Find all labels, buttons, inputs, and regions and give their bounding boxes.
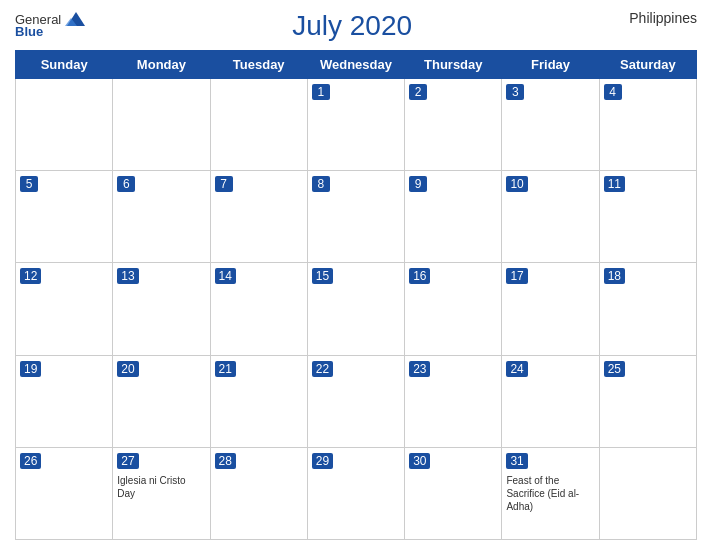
- calendar-cell: 9: [405, 171, 502, 263]
- day-number: 13: [117, 268, 138, 284]
- calendar-cell: 27Iglesia ni Cristo Day: [113, 447, 210, 539]
- calendar-week-row: 567891011: [16, 171, 697, 263]
- logo-blue-text: Blue: [15, 24, 43, 39]
- calendar-cell: 26: [16, 447, 113, 539]
- calendar-week-row: 12131415161718: [16, 263, 697, 355]
- calendar-event: Feast of the Sacrifice (Eid al-Adha): [506, 474, 594, 513]
- calendar-cell: 25: [599, 355, 696, 447]
- calendar-cell: 30: [405, 447, 502, 539]
- logo: General Blue: [15, 10, 87, 39]
- day-number: 10: [506, 176, 527, 192]
- day-number: 20: [117, 361, 138, 377]
- day-number: 27: [117, 453, 138, 469]
- calendar-cell: 11: [599, 171, 696, 263]
- calendar-cell: 2: [405, 79, 502, 171]
- calendar-cell: 18: [599, 263, 696, 355]
- weekday-header-row: SundayMondayTuesdayWednesdayThursdayFrid…: [16, 51, 697, 79]
- weekday-header-saturday: Saturday: [599, 51, 696, 79]
- day-number: 23: [409, 361, 430, 377]
- day-number: 7: [215, 176, 233, 192]
- day-number: 21: [215, 361, 236, 377]
- day-number: 12: [20, 268, 41, 284]
- day-number: 24: [506, 361, 527, 377]
- weekday-header-thursday: Thursday: [405, 51, 502, 79]
- day-number: 8: [312, 176, 330, 192]
- calendar-cell: 17: [502, 263, 599, 355]
- calendar-cell: 1: [307, 79, 404, 171]
- calendar-cell: 4: [599, 79, 696, 171]
- day-number: 5: [20, 176, 38, 192]
- day-number: 11: [604, 176, 625, 192]
- weekday-header-friday: Friday: [502, 51, 599, 79]
- calendar-week-row: 19202122232425: [16, 355, 697, 447]
- day-number: 2: [409, 84, 427, 100]
- calendar-cell: 29: [307, 447, 404, 539]
- calendar-cell: 20: [113, 355, 210, 447]
- country-label: Philippines: [617, 10, 697, 26]
- day-number: 9: [409, 176, 427, 192]
- calendar-week-row: 1234: [16, 79, 697, 171]
- calendar-cell: [210, 79, 307, 171]
- day-number: 31: [506, 453, 527, 469]
- calendar-cell: 7: [210, 171, 307, 263]
- day-number: 14: [215, 268, 236, 284]
- calendar-cell: 21: [210, 355, 307, 447]
- calendar-table: SundayMondayTuesdayWednesdayThursdayFrid…: [15, 50, 697, 540]
- day-number: 6: [117, 176, 135, 192]
- calendar-cell: 23: [405, 355, 502, 447]
- calendar-title: July 2020: [87, 10, 617, 42]
- weekday-header-tuesday: Tuesday: [210, 51, 307, 79]
- day-number: 28: [215, 453, 236, 469]
- day-number: 25: [604, 361, 625, 377]
- calendar-cell: 24: [502, 355, 599, 447]
- day-number: 15: [312, 268, 333, 284]
- calendar-cell: 5: [16, 171, 113, 263]
- calendar-cell: 22: [307, 355, 404, 447]
- calendar-header: General Blue July 2020 Philippines: [15, 10, 697, 42]
- day-number: 17: [506, 268, 527, 284]
- calendar-cell: 12: [16, 263, 113, 355]
- weekday-header-monday: Monday: [113, 51, 210, 79]
- calendar-cell: 10: [502, 171, 599, 263]
- day-number: 26: [20, 453, 41, 469]
- calendar-week-row: 2627Iglesia ni Cristo Day28293031Feast o…: [16, 447, 697, 539]
- day-number: 3: [506, 84, 524, 100]
- calendar-cell: [599, 447, 696, 539]
- calendar-cell: 6: [113, 171, 210, 263]
- calendar-cell: 3: [502, 79, 599, 171]
- day-number: 22: [312, 361, 333, 377]
- calendar-cell: 8: [307, 171, 404, 263]
- calendar-cell: [16, 79, 113, 171]
- calendar-event: Iglesia ni Cristo Day: [117, 474, 205, 500]
- day-number: 29: [312, 453, 333, 469]
- day-number: 1: [312, 84, 330, 100]
- day-number: 18: [604, 268, 625, 284]
- weekday-header-wednesday: Wednesday: [307, 51, 404, 79]
- calendar-cell: 14: [210, 263, 307, 355]
- calendar-body: 1234567891011121314151617181920212223242…: [16, 79, 697, 540]
- day-number: 30: [409, 453, 430, 469]
- calendar-cell: [113, 79, 210, 171]
- weekday-header-sunday: Sunday: [16, 51, 113, 79]
- logo-mountain-icon: [65, 10, 87, 28]
- calendar-cell: 31Feast of the Sacrifice (Eid al-Adha): [502, 447, 599, 539]
- calendar-cell: 13: [113, 263, 210, 355]
- calendar-cell: 16: [405, 263, 502, 355]
- calendar-cell: 19: [16, 355, 113, 447]
- day-number: 16: [409, 268, 430, 284]
- day-number: 19: [20, 361, 41, 377]
- calendar-cell: 28: [210, 447, 307, 539]
- calendar-cell: 15: [307, 263, 404, 355]
- day-number: 4: [604, 84, 622, 100]
